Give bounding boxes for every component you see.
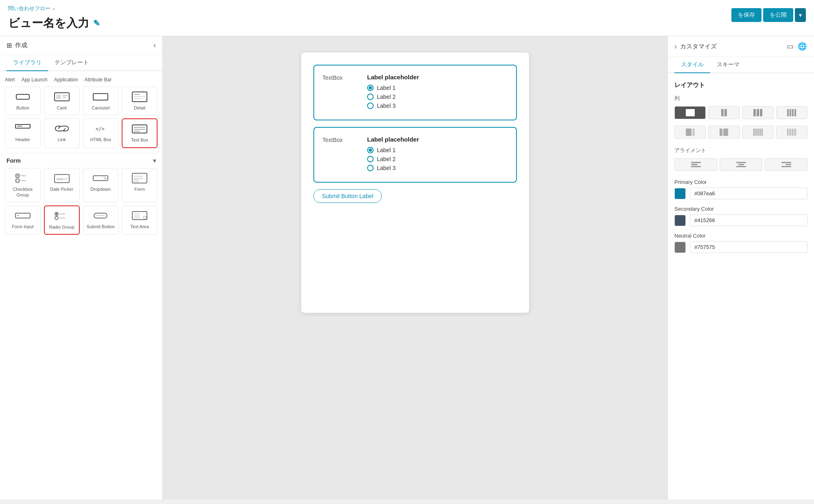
text-area-icon bbox=[131, 210, 148, 221]
save-button[interactable]: を保存 bbox=[731, 8, 761, 22]
bars bbox=[686, 129, 695, 136]
component-date-picker[interactable]: MM/YY Date Picker bbox=[44, 168, 80, 203]
form-section-label: Form bbox=[7, 157, 21, 164]
bars bbox=[787, 129, 796, 136]
component-text-area[interactable]: Text Area bbox=[122, 205, 158, 235]
dropdown-button[interactable]: ▾ bbox=[795, 8, 806, 22]
collapse-button[interactable]: ‹ bbox=[153, 41, 156, 50]
component-card-label: Card bbox=[57, 105, 67, 111]
align-right[interactable] bbox=[765, 158, 807, 171]
breadcrumb-label[interactable]: 問い合わせフロー bbox=[8, 5, 50, 12]
form-card-1[interactable]: TextBox Label placeholder Label 1 Label … bbox=[313, 65, 517, 120]
layout-3col[interactable] bbox=[742, 106, 774, 119]
neutral-color-swatch[interactable] bbox=[674, 242, 686, 253]
layout-4col[interactable] bbox=[776, 106, 807, 119]
radio-group-title-2: Label placeholder bbox=[367, 136, 508, 143]
component-header[interactable]: Header bbox=[5, 118, 41, 148]
component-checkbox-group[interactable]: Checkbox Group bbox=[5, 168, 41, 203]
component-detail[interactable]: Detail bbox=[122, 87, 158, 115]
tab-template[interactable]: テンプレート bbox=[48, 55, 95, 71]
svg-rect-32 bbox=[134, 180, 138, 182]
svg-rect-22 bbox=[16, 179, 19, 182]
form-card-right-2: Label placeholder Label 1 Label 2 Label … bbox=[367, 136, 508, 174]
tab-style[interactable]: スタイル bbox=[674, 57, 710, 73]
bar2 bbox=[755, 129, 757, 136]
component-link-label: Link bbox=[58, 137, 66, 142]
left-panel-title: ⊞ 作成 bbox=[7, 41, 27, 49]
publish-button[interactable]: を公開 bbox=[763, 8, 793, 22]
layout-1col[interactable] bbox=[674, 106, 706, 119]
edit-icon[interactable]: ✎ bbox=[93, 18, 100, 28]
layout-2col[interactable] bbox=[708, 106, 740, 119]
secondary-color-swatch[interactable] bbox=[674, 215, 686, 226]
secondary-color-input[interactable] bbox=[690, 214, 807, 226]
component-html-box[interactable]: </> HTML Box bbox=[83, 118, 119, 148]
secondary-color-label: Secondary Color bbox=[674, 206, 807, 212]
bar1 bbox=[686, 109, 695, 116]
component-text-area-label: Text Area bbox=[130, 224, 149, 229]
form-section-toggle[interactable]: ▾ bbox=[153, 157, 156, 164]
radio-label-1-3: Label 3 bbox=[377, 103, 396, 109]
bar3 bbox=[736, 166, 746, 167]
radio-circle-1-2 bbox=[367, 94, 374, 100]
top-actions: を保存 を公開 ▾ bbox=[731, 8, 806, 22]
expand-icon[interactable]: › bbox=[674, 42, 677, 51]
component-button[interactable]: Button bbox=[5, 87, 41, 115]
radio-label-2-2: Label 2 bbox=[377, 156, 396, 162]
layout-icon-button[interactable]: ▭ bbox=[786, 41, 794, 52]
breadcrumb: 問い合わせフロー › bbox=[8, 5, 806, 12]
bar3 bbox=[691, 166, 701, 167]
component-radio-group[interactable]: Radio Group bbox=[44, 205, 80, 235]
layout-center-wide[interactable] bbox=[708, 126, 740, 139]
radio-circle-2-1 bbox=[367, 147, 374, 153]
neutral-color-label: Neutral Color bbox=[674, 233, 807, 239]
component-form[interactable]: Form bbox=[122, 168, 158, 203]
date-picker-icon: MM/YY bbox=[54, 172, 70, 184]
svg-text:</>: </> bbox=[96, 126, 105, 132]
neutral-color-section: Neutral Color bbox=[674, 233, 807, 253]
layout-2col-bars bbox=[721, 109, 727, 116]
primary-color-section: Primary Color bbox=[674, 179, 807, 199]
radio-circle-2-3 bbox=[367, 165, 374, 171]
primary-color-input[interactable] bbox=[690, 188, 807, 199]
tab-schema[interactable]: スキーマ bbox=[710, 57, 746, 73]
component-form-input[interactable]: Form Input bbox=[5, 205, 41, 235]
component-submit-button[interactable]: Submit Button bbox=[83, 205, 119, 235]
text-box-icon bbox=[131, 123, 148, 135]
layout-5col[interactable] bbox=[742, 126, 774, 139]
align-center[interactable] bbox=[720, 158, 762, 171]
form-card-2[interactable]: TextBox Label placeholder Label 1 Label … bbox=[313, 127, 517, 183]
layout-6col[interactable] bbox=[776, 126, 807, 139]
radio-circle-1-1 bbox=[367, 85, 374, 91]
submit-button[interactable]: Submit Button Label bbox=[313, 189, 382, 203]
component-link[interactable]: Link bbox=[44, 118, 80, 148]
panel-tabs: ライブラリ テンプレート bbox=[0, 55, 162, 71]
primary-color-swatch[interactable] bbox=[674, 188, 686, 199]
tab-library[interactable]: ライブラリ bbox=[7, 55, 48, 71]
component-carousel[interactable]: Carousel bbox=[83, 87, 119, 115]
component-dropdown[interactable]: ▾ Dropdown bbox=[83, 168, 119, 203]
component-form-input-label: Form Input bbox=[12, 224, 33, 229]
component-text-box[interactable]: Text Box bbox=[122, 118, 158, 148]
neutral-color-input[interactable] bbox=[690, 241, 807, 253]
radio-option-2-2: Label 2 bbox=[367, 156, 508, 162]
bar3 bbox=[757, 129, 759, 136]
bar5 bbox=[761, 129, 763, 136]
globe-icon-button[interactable]: 🌐 bbox=[797, 41, 807, 52]
breadcrumb-chevron: › bbox=[53, 6, 55, 12]
svg-rect-46 bbox=[144, 216, 146, 219]
component-detail-label: Detail bbox=[134, 105, 145, 111]
component-card[interactable]: Card bbox=[44, 87, 80, 115]
card-icon bbox=[54, 91, 70, 103]
layout-left-wide[interactable] bbox=[674, 126, 706, 139]
page-title-text: ビュー名を入力 bbox=[8, 15, 89, 31]
align-left-bars bbox=[691, 162, 701, 167]
component-button-label: Button bbox=[16, 105, 29, 111]
bar1 bbox=[691, 162, 701, 163]
align-left[interactable] bbox=[674, 158, 717, 171]
component-radio-group-label: Radio Group bbox=[49, 224, 74, 230]
svg-rect-29 bbox=[132, 173, 147, 183]
bars bbox=[720, 129, 728, 136]
svg-rect-2 bbox=[56, 94, 61, 99]
radio-group-icon bbox=[54, 210, 70, 222]
